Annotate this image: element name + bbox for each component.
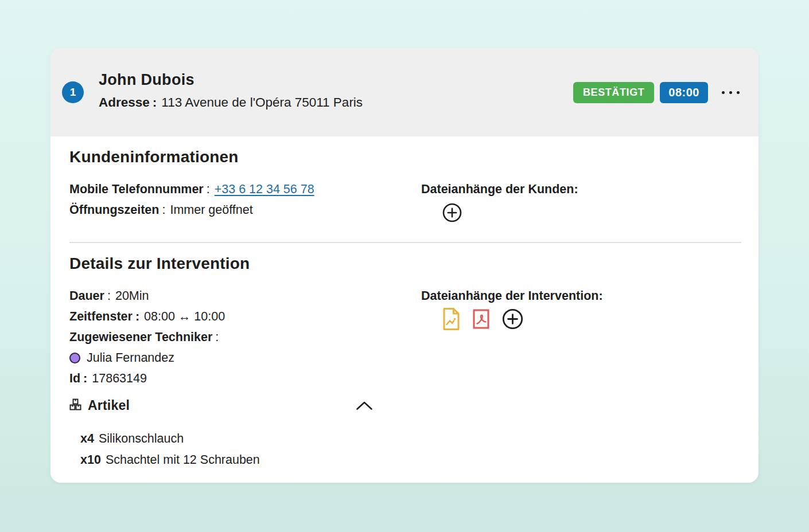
customer-address: Adresse:113 Avenue de l'Opéra 75011 Pari… — [99, 91, 386, 114]
id-value: 17863149 — [92, 371, 147, 385]
chevron-up-icon — [356, 404, 373, 412]
intervention-heading: Details zur Intervention — [69, 255, 741, 273]
ellipsis-dot — [729, 91, 732, 94]
articles-heading: Artikel — [88, 398, 130, 413]
intervention-attachments-heading: Dateianhänge der Intervention: — [421, 285, 741, 306]
stop-number-badge: 1 — [62, 81, 84, 103]
hours-label: Öffnungszeiten — [69, 203, 159, 217]
technician-label: Zugewiesener Techniker — [69, 330, 212, 344]
customer-info-left: Mobile Telefonnummer:+33 6 12 34 56 78 Ö… — [69, 179, 421, 222]
article-list: x4Silikonschlauch x10Schachtel mit 12 Sc… — [69, 428, 741, 471]
header-actions: BESTÄTIGT 08:00 — [573, 82, 742, 103]
card-header: 1 John Dubois Adresse:113 Avenue de l'Op… — [50, 48, 759, 136]
technician-name: Julia Fernandez — [87, 347, 174, 368]
time-badge[interactable]: 08:00 — [660, 82, 708, 103]
boxes-icon — [69, 398, 81, 413]
article-qty: x4 — [80, 432, 94, 445]
header-text: John Dubois Adresse:113 Avenue de l'Opér… — [99, 71, 386, 114]
article-name: Schachtel mit 12 Schrauben — [106, 453, 260, 467]
intervention-attachments: Dateianhänge der Intervention: — [421, 285, 741, 389]
plus-circle-icon — [502, 323, 523, 331]
phone-link[interactable]: +33 6 12 34 56 78 — [215, 182, 314, 196]
address-separator: : — [153, 95, 157, 109]
id-separator: : — [83, 371, 87, 385]
plus-circle-icon — [442, 216, 462, 224]
hours-value: Immer geöffnet — [170, 203, 252, 217]
image-file-icon — [442, 324, 460, 332]
id-label: Id — [69, 371, 80, 385]
technician-label-row: Zugewiesener Techniker: — [69, 327, 421, 347]
duration-label: Dauer — [69, 289, 104, 303]
hours-separator: : — [162, 203, 165, 217]
customer-info-section: Mobile Telefonnummer:+33 6 12 34 56 78 Ö… — [69, 179, 741, 222]
duration-separator: : — [107, 289, 111, 303]
intervention-attachments-list — [442, 307, 741, 331]
technician-separator: : — [215, 330, 219, 344]
add-customer-attachment-button[interactable] — [442, 203, 462, 222]
article-name: Silikonschlauch — [99, 432, 184, 445]
intervention-left: Dauer:20Min Zeitfenster:08:00 ↔ 10:00 Zu… — [69, 285, 421, 389]
time-window-row: Zeitfenster:08:00 ↔ 10:00 — [69, 306, 421, 327]
customer-name: John Dubois — [99, 71, 386, 89]
collapse-articles-button[interactable] — [355, 400, 374, 412]
card-body: Kundeninformationen Mobile Telefonnummer… — [50, 148, 759, 471]
article-item: x4Silikonschlauch — [80, 428, 741, 449]
address-label: Adresse — [99, 95, 150, 109]
intervention-card: 1 John Dubois Adresse:113 Avenue de l'Op… — [50, 48, 759, 483]
pdf-attachment-button[interactable] — [473, 309, 489, 329]
time-window-separator: : — [135, 310, 139, 323]
technician-avatar — [69, 353, 80, 363]
article-qty: x10 — [80, 453, 101, 467]
customer-attachments: Dateianhänge der Kunden: — [421, 179, 741, 222]
time-window-value: 08:00 ↔ 10:00 — [144, 310, 225, 323]
phone-label: Mobile Telefonnummer — [69, 182, 204, 196]
image-attachment-button[interactable] — [442, 307, 460, 331]
status-badge[interactable]: BESTÄTIGT — [573, 82, 654, 103]
phone-separator: : — [207, 182, 210, 196]
phone-row: Mobile Telefonnummer:+33 6 12 34 56 78 — [69, 179, 421, 200]
id-row: Id:17863149 — [69, 368, 421, 389]
articles-header[interactable]: Artikel — [69, 398, 374, 413]
duration-value: 20Min — [115, 289, 149, 303]
ellipsis-dot — [737, 91, 740, 94]
ellipsis-dot — [722, 91, 725, 94]
hours-row: Öffnungszeiten:Immer geöffnet — [69, 200, 421, 220]
time-window-label: Zeitfenster — [69, 310, 133, 323]
address-value: 113 Avenue de l'Opéra 75011 Paris — [161, 95, 363, 109]
add-intervention-attachment-button[interactable] — [502, 308, 523, 330]
more-options-button[interactable] — [719, 87, 742, 99]
customer-info-heading: Kundeninformationen — [69, 148, 741, 166]
pdf-file-icon — [473, 322, 489, 331]
article-item: x10Schachtel mit 12 Schrauben — [80, 449, 741, 471]
articles-section: Artikel x4Silikonschlauch x10Schachtel m… — [69, 398, 741, 471]
customer-attachments-heading: Dateianhänge der Kunden: — [421, 179, 741, 200]
technician-row: Julia Fernandez — [69, 347, 421, 368]
intervention-section: Dauer:20Min Zeitfenster:08:00 ↔ 10:00 Zu… — [69, 285, 741, 389]
duration-row: Dauer:20Min — [69, 285, 421, 306]
section-divider — [69, 242, 741, 243]
